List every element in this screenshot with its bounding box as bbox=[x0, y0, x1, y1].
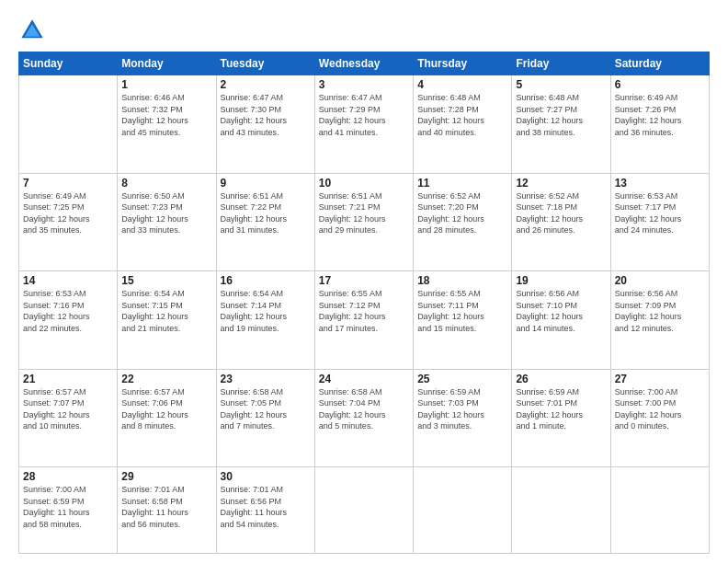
day-number: 1 bbox=[121, 78, 211, 91]
day-number: 22 bbox=[121, 373, 211, 385]
day-info: Sunrise: 6:49 AM Sunset: 7:26 PM Dayligh… bbox=[615, 92, 705, 138]
day-number: 25 bbox=[417, 373, 507, 385]
day-info: Sunrise: 6:53 AM Sunset: 7:17 PM Dayligh… bbox=[615, 190, 705, 236]
day-info: Sunrise: 6:56 AM Sunset: 7:10 PM Dayligh… bbox=[516, 288, 606, 334]
day-info: Sunrise: 6:59 AM Sunset: 7:01 PM Dayligh… bbox=[516, 386, 606, 432]
day-info: Sunrise: 7:00 AM Sunset: 6:59 PM Dayligh… bbox=[23, 484, 113, 530]
day-info: Sunrise: 6:57 AM Sunset: 7:07 PM Dayligh… bbox=[23, 386, 113, 432]
calendar-cell: 2Sunrise: 6:47 AM Sunset: 7:30 PM Daylig… bbox=[216, 75, 314, 174]
calendar-cell bbox=[19, 75, 118, 174]
calendar-cell: 23Sunrise: 6:58 AM Sunset: 7:05 PM Dayli… bbox=[216, 369, 314, 467]
day-info: Sunrise: 6:55 AM Sunset: 7:12 PM Dayligh… bbox=[319, 288, 409, 334]
calendar-cell: 1Sunrise: 6:46 AM Sunset: 7:32 PM Daylig… bbox=[118, 75, 216, 174]
calendar-table: SundayMondayTuesdayWednesdayThursdayFrid… bbox=[18, 52, 710, 554]
day-info: Sunrise: 6:51 AM Sunset: 7:22 PM Dayligh… bbox=[221, 190, 311, 236]
calendar-cell: 12Sunrise: 6:52 AM Sunset: 7:18 PM Dayli… bbox=[512, 173, 610, 271]
day-number: 2 bbox=[221, 78, 311, 91]
calendar-cell bbox=[314, 467, 413, 554]
day-info: Sunrise: 6:49 AM Sunset: 7:25 PM Dayligh… bbox=[23, 190, 113, 236]
calendar-cell: 7Sunrise: 6:49 AM Sunset: 7:25 PM Daylig… bbox=[19, 173, 118, 271]
calendar-cell: 6Sunrise: 6:49 AM Sunset: 7:26 PM Daylig… bbox=[610, 75, 709, 174]
day-number: 5 bbox=[516, 78, 606, 91]
day-number: 13 bbox=[615, 177, 705, 190]
calendar-cell: 17Sunrise: 6:55 AM Sunset: 7:12 PM Dayli… bbox=[314, 271, 413, 370]
day-number: 10 bbox=[319, 177, 409, 190]
day-info: Sunrise: 7:01 AM Sunset: 6:58 PM Dayligh… bbox=[121, 484, 211, 530]
day-info: Sunrise: 6:51 AM Sunset: 7:21 PM Dayligh… bbox=[319, 190, 409, 236]
weekday-header-sunday: Sunday bbox=[19, 52, 118, 75]
day-number: 12 bbox=[516, 177, 606, 190]
calendar-cell: 18Sunrise: 6:55 AM Sunset: 7:11 PM Dayli… bbox=[414, 271, 512, 370]
calendar-cell: 25Sunrise: 6:59 AM Sunset: 7:03 PM Dayli… bbox=[414, 369, 512, 467]
page: SundayMondayTuesdayWednesdayThursdayFrid… bbox=[0, 0, 728, 563]
day-info: Sunrise: 6:52 AM Sunset: 7:20 PM Dayligh… bbox=[417, 190, 507, 236]
day-info: Sunrise: 6:56 AM Sunset: 7:09 PM Dayligh… bbox=[615, 288, 705, 334]
day-number: 30 bbox=[221, 470, 311, 483]
calendar-cell: 27Sunrise: 7:00 AM Sunset: 7:00 PM Dayli… bbox=[610, 369, 709, 467]
week-row-4: 28Sunrise: 7:00 AM Sunset: 6:59 PM Dayli… bbox=[19, 467, 710, 554]
day-info: Sunrise: 6:57 AM Sunset: 7:06 PM Dayligh… bbox=[121, 386, 211, 432]
calendar-cell: 24Sunrise: 6:58 AM Sunset: 7:04 PM Dayli… bbox=[314, 369, 413, 467]
day-number: 23 bbox=[221, 373, 311, 385]
weekday-header-wednesday: Wednesday bbox=[314, 52, 413, 75]
logo bbox=[18, 17, 50, 44]
calendar-cell: 14Sunrise: 6:53 AM Sunset: 7:16 PM Dayli… bbox=[19, 271, 118, 370]
day-number: 29 bbox=[121, 470, 211, 483]
calendar-cell: 8Sunrise: 6:50 AM Sunset: 7:23 PM Daylig… bbox=[118, 173, 216, 271]
calendar-cell bbox=[512, 467, 610, 554]
week-row-3: 21Sunrise: 6:57 AM Sunset: 7:07 PM Dayli… bbox=[19, 369, 710, 467]
calendar-cell: 26Sunrise: 6:59 AM Sunset: 7:01 PM Dayli… bbox=[512, 369, 610, 467]
day-info: Sunrise: 6:48 AM Sunset: 7:27 PM Dayligh… bbox=[516, 92, 606, 138]
day-number: 17 bbox=[319, 274, 409, 287]
day-number: 15 bbox=[121, 274, 211, 287]
calendar-cell: 3Sunrise: 6:47 AM Sunset: 7:29 PM Daylig… bbox=[314, 75, 413, 174]
calendar-cell: 15Sunrise: 6:54 AM Sunset: 7:15 PM Dayli… bbox=[118, 271, 216, 370]
day-info: Sunrise: 6:52 AM Sunset: 7:18 PM Dayligh… bbox=[516, 190, 606, 236]
calendar-cell: 5Sunrise: 6:48 AM Sunset: 7:27 PM Daylig… bbox=[512, 75, 610, 174]
calendar-cell: 28Sunrise: 7:00 AM Sunset: 6:59 PM Dayli… bbox=[19, 467, 118, 554]
day-number: 14 bbox=[23, 274, 113, 287]
logo-icon bbox=[18, 17, 46, 44]
day-number: 8 bbox=[121, 177, 211, 190]
day-info: Sunrise: 6:59 AM Sunset: 7:03 PM Dayligh… bbox=[417, 386, 507, 432]
day-info: Sunrise: 6:54 AM Sunset: 7:15 PM Dayligh… bbox=[121, 288, 211, 334]
day-number: 20 bbox=[615, 274, 705, 287]
day-number: 18 bbox=[417, 274, 507, 287]
day-number: 6 bbox=[615, 78, 705, 91]
day-number: 4 bbox=[417, 78, 507, 91]
day-info: Sunrise: 7:01 AM Sunset: 6:56 PM Dayligh… bbox=[221, 484, 311, 530]
weekday-header-row: SundayMondayTuesdayWednesdayThursdayFrid… bbox=[19, 52, 710, 75]
weekday-header-saturday: Saturday bbox=[610, 52, 709, 75]
day-number: 3 bbox=[319, 78, 409, 91]
header bbox=[18, 17, 710, 44]
calendar-cell: 29Sunrise: 7:01 AM Sunset: 6:58 PM Dayli… bbox=[118, 467, 216, 554]
day-info: Sunrise: 6:48 AM Sunset: 7:28 PM Dayligh… bbox=[417, 92, 507, 138]
day-info: Sunrise: 6:53 AM Sunset: 7:16 PM Dayligh… bbox=[23, 288, 113, 334]
week-row-1: 7Sunrise: 6:49 AM Sunset: 7:25 PM Daylig… bbox=[19, 173, 710, 271]
calendar-cell: 4Sunrise: 6:48 AM Sunset: 7:28 PM Daylig… bbox=[414, 75, 512, 174]
weekday-header-friday: Friday bbox=[512, 52, 610, 75]
day-number: 9 bbox=[221, 177, 311, 190]
calendar-cell: 22Sunrise: 6:57 AM Sunset: 7:06 PM Dayli… bbox=[118, 369, 216, 467]
weekday-header-monday: Monday bbox=[118, 52, 216, 75]
day-number: 11 bbox=[417, 177, 507, 190]
day-info: Sunrise: 6:46 AM Sunset: 7:32 PM Dayligh… bbox=[121, 92, 211, 138]
day-info: Sunrise: 6:58 AM Sunset: 7:05 PM Dayligh… bbox=[221, 386, 311, 432]
day-number: 19 bbox=[516, 274, 606, 287]
day-number: 24 bbox=[319, 373, 409, 385]
day-number: 16 bbox=[221, 274, 311, 287]
weekday-header-thursday: Thursday bbox=[414, 52, 512, 75]
week-row-2: 14Sunrise: 6:53 AM Sunset: 7:16 PM Dayli… bbox=[19, 271, 710, 370]
calendar-cell: 20Sunrise: 6:56 AM Sunset: 7:09 PM Dayli… bbox=[610, 271, 709, 370]
calendar-cell: 9Sunrise: 6:51 AM Sunset: 7:22 PM Daylig… bbox=[216, 173, 314, 271]
weekday-header-tuesday: Tuesday bbox=[216, 52, 314, 75]
day-number: 7 bbox=[23, 177, 113, 190]
calendar-cell: 30Sunrise: 7:01 AM Sunset: 6:56 PM Dayli… bbox=[216, 467, 314, 554]
calendar-cell: 21Sunrise: 6:57 AM Sunset: 7:07 PM Dayli… bbox=[19, 369, 118, 467]
day-info: Sunrise: 6:54 AM Sunset: 7:14 PM Dayligh… bbox=[221, 288, 311, 334]
day-info: Sunrise: 6:50 AM Sunset: 7:23 PM Dayligh… bbox=[121, 190, 211, 236]
day-info: Sunrise: 6:47 AM Sunset: 7:30 PM Dayligh… bbox=[221, 92, 311, 138]
day-info: Sunrise: 7:00 AM Sunset: 7:00 PM Dayligh… bbox=[615, 386, 705, 432]
calendar-cell: 13Sunrise: 6:53 AM Sunset: 7:17 PM Dayli… bbox=[610, 173, 709, 271]
calendar-cell: 19Sunrise: 6:56 AM Sunset: 7:10 PM Dayli… bbox=[512, 271, 610, 370]
